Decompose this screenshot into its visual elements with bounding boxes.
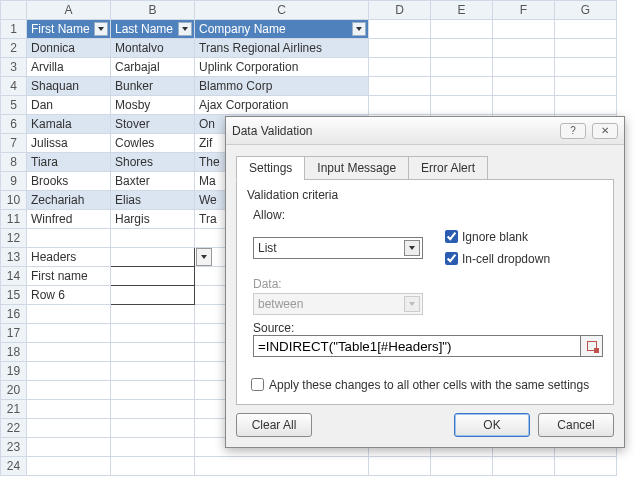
cell[interactable]: Elias: [111, 191, 195, 210]
cell[interactable]: [27, 305, 111, 324]
cell[interactable]: [555, 77, 617, 96]
col-head-C[interactable]: C: [195, 1, 369, 20]
col-head-D[interactable]: D: [369, 1, 431, 20]
cell[interactable]: Shores: [111, 153, 195, 172]
cell[interactable]: [555, 96, 617, 115]
cell[interactable]: Hargis: [111, 210, 195, 229]
cell[interactable]: [111, 267, 195, 286]
cell[interactable]: [111, 305, 195, 324]
cell[interactable]: [493, 457, 555, 476]
cell[interactable]: [369, 77, 431, 96]
cell[interactable]: Dan: [27, 96, 111, 115]
row-head-10[interactable]: 10: [1, 191, 27, 210]
col-head-B[interactable]: B: [111, 1, 195, 20]
row-head-8[interactable]: 8: [1, 153, 27, 172]
cell[interactable]: [27, 419, 111, 438]
tab-settings[interactable]: Settings: [236, 156, 305, 180]
ok-button[interactable]: OK: [454, 413, 530, 437]
cell[interactable]: [27, 400, 111, 419]
validation-cell-b13[interactable]: [111, 248, 195, 267]
filter-button[interactable]: [178, 22, 192, 36]
row-head-20[interactable]: 20: [1, 381, 27, 400]
row-head-19[interactable]: 19: [1, 362, 27, 381]
row-head-5[interactable]: 5: [1, 96, 27, 115]
cell[interactable]: Carbajal: [111, 58, 195, 77]
col-head-A[interactable]: A: [27, 1, 111, 20]
col-head-F[interactable]: F: [493, 1, 555, 20]
row-head-9[interactable]: 9: [1, 172, 27, 191]
cell[interactable]: [555, 20, 617, 39]
filter-button[interactable]: [94, 22, 108, 36]
row-head-24[interactable]: 24: [1, 457, 27, 476]
cell[interactable]: Shaquan: [27, 77, 111, 96]
col-head-G[interactable]: G: [555, 1, 617, 20]
cell[interactable]: [431, 58, 493, 77]
cell[interactable]: [493, 20, 555, 39]
cell[interactable]: [27, 343, 111, 362]
cell[interactable]: Trans Regional Airlines: [195, 39, 369, 58]
apply-changes-checkbox[interactable]: Apply these changes to all other cells w…: [247, 375, 603, 394]
cell[interactable]: Mosby: [111, 96, 195, 115]
row-head-23[interactable]: 23: [1, 438, 27, 457]
cell[interactable]: [431, 96, 493, 115]
cell[interactable]: [369, 39, 431, 58]
row-head-12[interactable]: 12: [1, 229, 27, 248]
cancel-button[interactable]: Cancel: [538, 413, 614, 437]
range-picker-button[interactable]: [581, 335, 603, 357]
cell[interactable]: [111, 419, 195, 438]
cell[interactable]: Kamala: [27, 115, 111, 134]
cell[interactable]: Zechariah: [27, 191, 111, 210]
cell[interactable]: [111, 457, 195, 476]
cell[interactable]: [111, 400, 195, 419]
ignore-blank-checkbox[interactable]: Ignore blank: [441, 227, 550, 246]
cell[interactable]: [27, 438, 111, 457]
cell[interactable]: [111, 229, 195, 248]
cell[interactable]: [555, 58, 617, 77]
cell[interactable]: [555, 39, 617, 58]
cell[interactable]: [27, 381, 111, 400]
row-head-4[interactable]: 4: [1, 77, 27, 96]
cell[interactable]: [493, 58, 555, 77]
cell[interactable]: [27, 229, 111, 248]
cell[interactable]: Donnica: [27, 39, 111, 58]
cell[interactable]: Uplink Corporation: [195, 58, 369, 77]
cell[interactable]: Blammo Corp: [195, 77, 369, 96]
cell[interactable]: Arvilla: [27, 58, 111, 77]
table-header-firstname[interactable]: First Name: [27, 20, 111, 39]
cell[interactable]: Brooks: [27, 172, 111, 191]
cell[interactable]: [27, 324, 111, 343]
cell[interactable]: [369, 457, 431, 476]
row-head-1[interactable]: 1: [1, 20, 27, 39]
cell[interactable]: [431, 39, 493, 58]
row-head-21[interactable]: 21: [1, 400, 27, 419]
cell[interactable]: [369, 20, 431, 39]
cell[interactable]: [111, 324, 195, 343]
cell[interactable]: Headers: [27, 248, 111, 267]
allow-select[interactable]: List: [253, 237, 423, 259]
row-head-7[interactable]: 7: [1, 134, 27, 153]
filter-button[interactable]: [352, 22, 366, 36]
table-header-lastname[interactable]: Last Name: [111, 20, 195, 39]
clear-all-button[interactable]: Clear All: [236, 413, 312, 437]
cell[interactable]: [195, 457, 369, 476]
table-header-company[interactable]: Company Name: [195, 20, 369, 39]
cell[interactable]: [27, 362, 111, 381]
cell[interactable]: Tiara: [27, 153, 111, 172]
cell[interactable]: [369, 96, 431, 115]
cell[interactable]: Julissa: [27, 134, 111, 153]
source-input[interactable]: [253, 335, 581, 357]
cell[interactable]: [493, 96, 555, 115]
help-button[interactable]: ?: [560, 123, 586, 139]
cell[interactable]: [555, 457, 617, 476]
tab-input-message[interactable]: Input Message: [304, 156, 409, 180]
dialog-titlebar[interactable]: Data Validation ? ✕: [226, 117, 624, 145]
cell[interactable]: [369, 58, 431, 77]
corner-cell[interactable]: [1, 1, 27, 20]
cell[interactable]: Bunker: [111, 77, 195, 96]
cell[interactable]: [111, 381, 195, 400]
cell[interactable]: Montalvo: [111, 39, 195, 58]
cell[interactable]: Cowles: [111, 134, 195, 153]
row-head-22[interactable]: 22: [1, 419, 27, 438]
row-head-14[interactable]: 14: [1, 267, 27, 286]
row-head-17[interactable]: 17: [1, 324, 27, 343]
